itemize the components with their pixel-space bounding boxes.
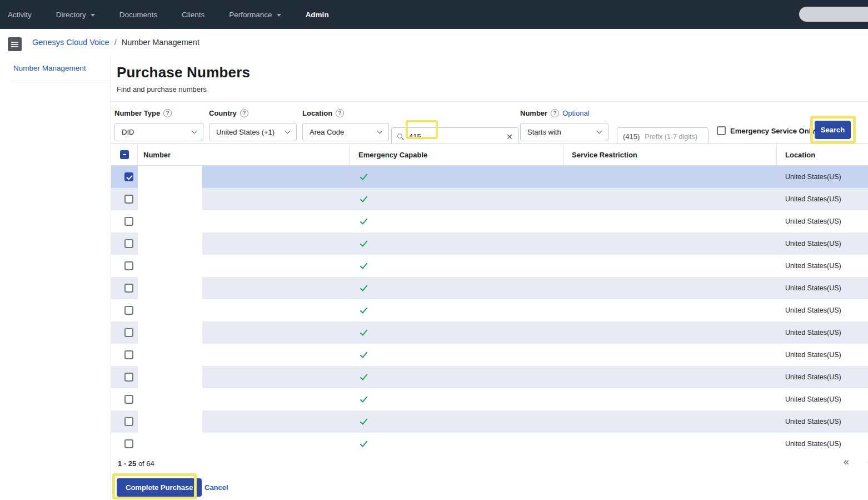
row-location: United States(US) <box>777 388 868 410</box>
row-service-restriction <box>563 344 777 366</box>
row-service-restriction <box>563 299 777 321</box>
table-header: Number Emergency Capable Service Restric… <box>111 143 868 166</box>
chevron-down-icon <box>285 128 291 134</box>
help-icon[interactable]: ? <box>163 109 172 117</box>
row-checkbox[interactable] <box>124 217 133 226</box>
sidebar-item-number-management[interactable]: Number Management <box>9 56 111 81</box>
table-row[interactable]: United States(US) <box>111 344 868 366</box>
row-checkbox-cell <box>111 277 138 299</box>
nav-item-label: Directory <box>56 11 86 19</box>
row-emergency-cell <box>350 388 563 410</box>
number-match-select[interactable]: Starts with <box>520 123 608 141</box>
table-row[interactable]: United States(US) <box>111 433 868 455</box>
table-row[interactable]: United States(US) <box>111 255 868 277</box>
table-row[interactable]: United States(US) <box>111 210 868 232</box>
filter-number-type: Number Type ? DID <box>114 108 203 141</box>
clear-icon[interactable]: ✕ <box>506 132 513 141</box>
row-checkbox-cell <box>111 410 138 433</box>
row-service-restriction <box>563 433 777 455</box>
first-page-icon[interactable]: « <box>844 456 849 468</box>
row-checkbox-cell <box>111 366 138 388</box>
row-checkbox[interactable] <box>124 261 133 270</box>
table-row[interactable]: United States(US) <box>111 410 868 433</box>
row-checkbox[interactable] <box>124 439 133 448</box>
table-row[interactable]: United States(US) <box>111 366 868 388</box>
row-checkbox-cell <box>111 388 138 410</box>
nav-item-documents[interactable]: Documents <box>119 11 157 19</box>
row-checkbox[interactable] <box>124 306 133 315</box>
table-row[interactable]: United States(US) <box>111 388 868 410</box>
redacted-number <box>138 277 202 299</box>
redacted-number <box>138 344 202 366</box>
row-checkbox[interactable] <box>124 395 133 404</box>
row-emergency-cell <box>350 299 563 321</box>
help-icon[interactable]: ? <box>336 109 344 117</box>
nav-item-activity[interactable]: Activity <box>8 11 32 19</box>
table-row[interactable]: United States(US) <box>111 277 868 299</box>
row-location: United States(US) <box>777 277 868 299</box>
table-row[interactable]: United States(US) <box>111 232 868 255</box>
chevron-down-icon <box>192 128 197 134</box>
nav-item-directory[interactable]: Directory <box>56 11 95 19</box>
row-number-cell <box>138 299 350 321</box>
redacted-number <box>138 366 202 388</box>
emergency-capable-check-icon <box>360 216 368 224</box>
help-icon[interactable]: ? <box>240 109 248 117</box>
results-table: Number Emergency Capable Service Restric… <box>111 143 868 455</box>
nav-item-performance[interactable]: Performance <box>229 11 281 19</box>
number-type-select[interactable]: DID <box>114 123 203 141</box>
country-select[interactable]: United States (+1) <box>209 123 297 141</box>
emergency-capable-check-icon <box>360 172 368 180</box>
nav-item-clients[interactable]: Clients <box>182 11 204 19</box>
pagination: 1 - 25 of 64 <box>118 459 154 468</box>
row-checkbox[interactable] <box>124 172 133 181</box>
top-navigation: Activity Directory Documents Clients Per… <box>0 0 868 29</box>
table-row[interactable]: United States(US) <box>111 299 868 321</box>
table-row[interactable]: United States(US) <box>111 166 868 188</box>
emergency-capable-check-icon <box>360 417 368 424</box>
help-icon[interactable]: ? <box>551 109 559 117</box>
row-checkbox[interactable] <box>124 284 133 293</box>
row-checkbox[interactable] <box>124 417 133 426</box>
sidebar-toggle-button[interactable] <box>8 37 22 51</box>
search-button[interactable]: Search <box>815 121 851 139</box>
row-checkbox[interactable] <box>124 195 133 204</box>
column-header-location: Location <box>777 144 868 165</box>
breadcrumb-current: Number Management <box>122 38 199 47</box>
table-row[interactable]: United States(US) <box>111 321 868 344</box>
nav-item-label: Clients <box>182 11 204 19</box>
cancel-button[interactable]: Cancel <box>204 478 228 497</box>
emergency-capable-check-icon <box>360 328 368 335</box>
row-emergency-cell <box>350 366 563 388</box>
breadcrumb-separator: / <box>114 38 117 47</box>
complete-purchase-button[interactable]: Complete Purchase <box>117 478 202 497</box>
row-checkbox-cell <box>111 321 138 344</box>
page-header: Purchase Numbers Find and purchase numbe… <box>111 56 868 102</box>
number-label: Number <box>520 109 547 117</box>
row-location: United States(US) <box>777 321 868 344</box>
row-number-cell <box>138 388 350 410</box>
row-emergency-cell <box>350 433 563 455</box>
table-row[interactable]: United States(US) <box>111 188 868 210</box>
row-emergency-cell <box>350 410 563 433</box>
row-checkbox[interactable] <box>124 239 133 248</box>
row-checkbox[interactable] <box>124 350 133 359</box>
row-checkbox-cell <box>111 344 138 366</box>
breadcrumb-parent-link[interactable]: Genesys Cloud Voice <box>32 38 109 47</box>
select-all-checkbox[interactable] <box>120 150 129 159</box>
row-service-restriction <box>563 277 777 299</box>
row-checkbox-cell <box>111 433 138 455</box>
row-checkbox[interactable] <box>124 373 133 382</box>
topnav-search-input[interactable] <box>799 7 868 22</box>
row-location: United States(US) <box>777 166 868 188</box>
location-type-select[interactable]: Area Code <box>302 123 389 141</box>
emergency-only-checkbox[interactable] <box>717 126 726 135</box>
row-number-cell <box>138 366 350 388</box>
redacted-number <box>138 410 202 433</box>
filter-bar: Number Type ? DID Country ? United State… <box>111 102 868 143</box>
row-checkbox-cell <box>111 299 138 321</box>
row-emergency-cell <box>350 344 563 366</box>
nav-item-admin[interactable]: Admin <box>306 11 329 19</box>
filter-country: Country ? United States (+1) <box>209 108 297 141</box>
row-checkbox[interactable] <box>124 328 133 337</box>
